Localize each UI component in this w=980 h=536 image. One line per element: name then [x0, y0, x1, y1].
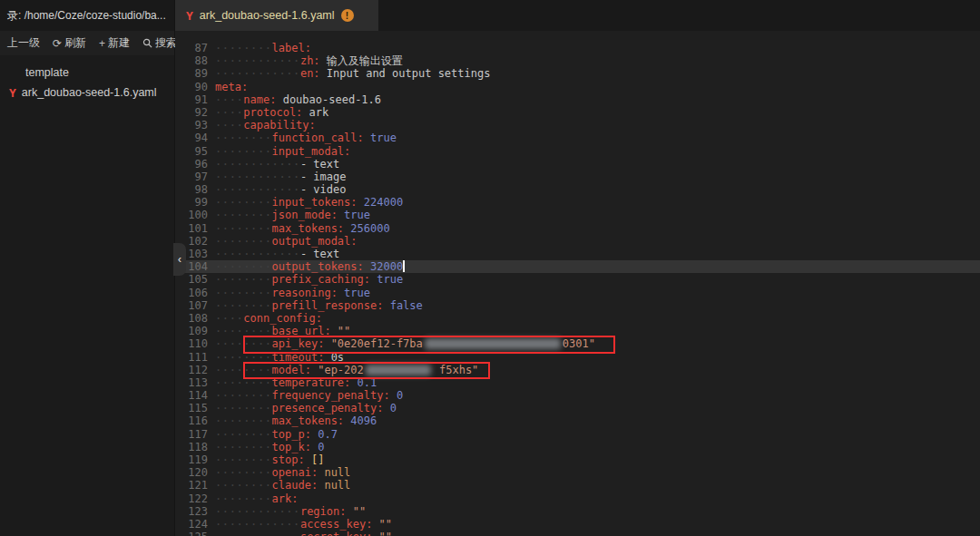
token-num: 0 [311, 441, 324, 453]
line-number: 115 [175, 402, 208, 414]
whitespace-dots: ········ [215, 402, 272, 414]
line-number: 117 [175, 428, 208, 441]
whitespace-dots: ········ [215, 414, 272, 427]
code-line[interactable]: 104········output_tokens: 32000 [175, 260, 980, 273]
code-line[interactable]: 120········openai: null [175, 466, 980, 479]
new-file-label: 新建 [108, 35, 130, 51]
code-line[interactable]: 106········reasoning: true [175, 287, 980, 299]
line-number: 118 [175, 441, 208, 453]
code-line[interactable]: 87········label: [175, 42, 980, 54]
token-null: null [318, 479, 350, 492]
token-key: top_p: [272, 428, 311, 441]
code-line[interactable]: 97············- image [175, 171, 980, 183]
code-line[interactable]: 111········timeout: 0s [175, 351, 980, 364]
code-line[interactable]: 95········input_modal: [175, 145, 980, 158]
up-level-button[interactable]: 上一级 [7, 35, 40, 51]
token-null: null [318, 466, 350, 479]
token-key: max_tokens: [272, 414, 344, 427]
chevron-left-icon: ‹ [178, 253, 181, 266]
line-number: 88 [175, 54, 208, 67]
whitespace-dots: ············ [215, 518, 300, 531]
line-number: 113 [175, 376, 208, 389]
code-line[interactable]: 101········max_tokens: 256000 [175, 222, 980, 235]
line-number: 116 [175, 414, 208, 427]
code-line[interactable]: 113········temperature: 0.1 [175, 376, 980, 389]
code-line[interactable]: 124············access_key: "" [175, 518, 980, 531]
tab-title: ark_doubao-seed-1.6.yaml [200, 9, 335, 22]
code-line[interactable]: 99········input_tokens: 224000 [175, 196, 980, 209]
code-line[interactable]: 121········claude: null [175, 479, 980, 492]
code-line[interactable]: 116········max_tokens: 4096 [175, 414, 980, 427]
code-line[interactable]: 125············secret_key: "" [175, 531, 980, 536]
token-val: ark [302, 106, 328, 119]
code-line[interactable]: 91····name: doubao-seed-1.6 [175, 93, 980, 106]
token-dash: - [300, 183, 313, 196]
search-button[interactable]: 搜索 [142, 35, 177, 51]
code-line[interactable]: 110········api_key: "0e20ef12-f7ba0301" [175, 337, 980, 350]
line-number: 92 [175, 106, 208, 119]
token-key: frequency_penalty: [272, 389, 390, 402]
code-line[interactable]: 89············en: Input and output setti… [175, 67, 980, 80]
new-file-button[interactable]: + 新建 [99, 35, 130, 51]
token-key: name: [243, 93, 276, 106]
collapse-sidebar-handle[interactable]: ‹ [173, 243, 186, 276]
code-line[interactable]: 96············- text [175, 158, 980, 171]
code-line[interactable]: 117········top_p: 0.7 [175, 428, 980, 441]
whitespace-dots: ········ [215, 196, 272, 209]
code-line[interactable]: 114········frequency_penalty: 0 [175, 389, 980, 402]
code-editor[interactable]: 87········label:88············zh: 输入及输出设… [175, 31, 980, 536]
whitespace-dots: ········ [215, 260, 272, 273]
line-number: 95 [175, 145, 208, 158]
line-number: 114 [175, 389, 208, 402]
code-line[interactable]: 115········presence_penalty: 0 [175, 402, 980, 414]
token-val: text [313, 248, 339, 260]
line-number: 89 [175, 67, 208, 80]
whitespace-dots: ············ [215, 531, 300, 536]
tree-item-template[interactable]: template [0, 63, 174, 83]
token-str: "0e20ef12-f7ba [324, 337, 422, 350]
line-number: 107 [175, 299, 208, 312]
code-line[interactable]: 118········top_k: 0 [175, 441, 980, 453]
code-line[interactable]: 88············zh: 输入及输出设置 [175, 54, 980, 67]
yaml-file-icon: Y [9, 86, 16, 100]
whitespace-dots: ········ [215, 466, 272, 479]
whitespace-dots: ········ [215, 441, 272, 453]
code-line[interactable]: 98············- video [175, 183, 980, 196]
token-key: zh: [300, 54, 320, 67]
whitespace-dots: ········ [215, 453, 272, 466]
whitespace-dots: ············ [215, 248, 300, 260]
whitespace-dots: ············ [215, 171, 300, 183]
yaml-file-icon: Y [186, 9, 193, 23]
refresh-button[interactable]: ⟳ 刷新 [53, 35, 86, 51]
code-line[interactable]: 102········output_modal: [175, 235, 980, 248]
token-punct: [] [305, 453, 325, 466]
code-line[interactable]: 109········base_url: "" [175, 325, 980, 337]
line-number: 97 [175, 171, 208, 183]
token-bool: true [370, 273, 403, 286]
whitespace-dots: ········ [215, 287, 272, 299]
code-line[interactable]: 122········ark: [175, 492, 980, 505]
tab-ark-doubao-yaml[interactable]: Y ark_doubao-seed-1.6.yaml ! [175, 0, 378, 31]
token-bool: true [338, 209, 370, 221]
whitespace-dots: ············ [215, 158, 300, 171]
code-line[interactable]: 119········stop: [] [175, 453, 980, 466]
code-line[interactable]: 94········function_call: true [175, 132, 980, 144]
whitespace-dots: ············ [215, 67, 300, 80]
token-key: en: [300, 67, 320, 80]
code-line[interactable]: 123············region: "" [175, 505, 980, 518]
code-line[interactable]: 105········prefix_caching: true [175, 273, 980, 286]
tree-item-ark-doubao-yaml[interactable]: Y ark_doubao-seed-1.6.yaml [0, 83, 174, 102]
redacted-blur [366, 365, 431, 375]
modified-warning-badge: ! [341, 9, 354, 22]
code-line[interactable]: 90meta: [175, 81, 980, 93]
file-toolbar: 上一级 ⟳ 刷新 + 新建 搜索 [0, 31, 174, 55]
code-line[interactable]: 92····protocol: ark [175, 106, 980, 119]
code-line[interactable]: 100········json_mode: true [175, 209, 980, 221]
code-line[interactable]: 93····capability: [175, 119, 980, 132]
code-line[interactable]: 108····conn_config: [175, 312, 980, 325]
code-line[interactable]: 103············- text [175, 248, 980, 260]
code-line[interactable]: 112········model: "ep-202 f5xhs" [175, 364, 980, 376]
token-key: function_call: [272, 132, 364, 144]
code-line[interactable]: 107········prefill_response: false [175, 299, 980, 312]
text-cursor [403, 260, 405, 272]
